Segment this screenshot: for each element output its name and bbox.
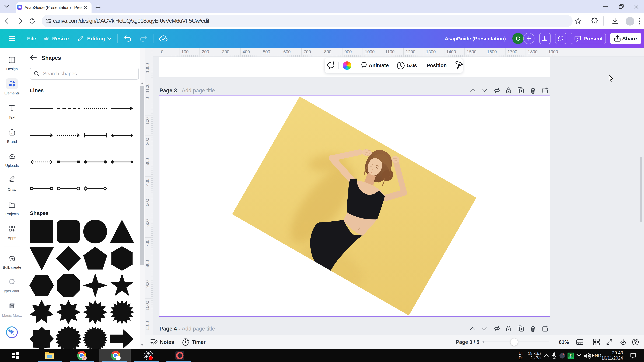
svg-text:300: 300: [145, 158, 150, 165]
svg-text:1100: 1100: [145, 83, 150, 93]
svg-text:200: 200: [145, 138, 150, 145]
svg-text:1000: 1000: [145, 63, 150, 73]
svg-text:1100: 1100: [145, 321, 150, 331]
svg-text:700: 700: [145, 240, 150, 247]
svg-text:500: 500: [145, 199, 150, 206]
svg-text:400: 400: [145, 179, 150, 186]
svg-text:0: 0: [145, 97, 150, 99]
svg-text:900: 900: [145, 280, 150, 288]
svg-text:100: 100: [145, 117, 150, 125]
svg-text:1000: 1000: [145, 301, 150, 311]
svg-text:600: 600: [145, 219, 150, 227]
svg-text:800: 800: [145, 260, 150, 267]
